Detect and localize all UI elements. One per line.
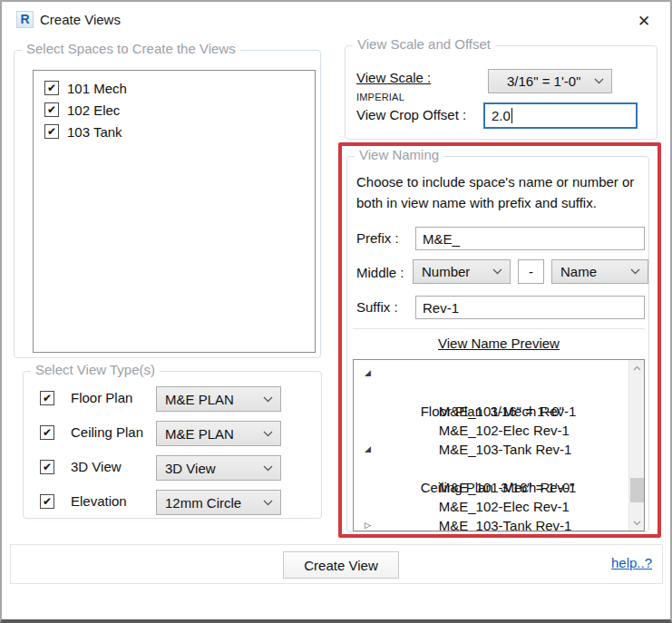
unit-system-label: IMPERIAL (356, 92, 404, 102)
floor-plan-label: Floor Plan (71, 390, 132, 405)
naming-description-line1: Choose to include space's name or number… (356, 174, 634, 190)
view-scale-select[interactable]: 3/16" = 1'-0" (488, 69, 612, 93)
view-crop-offset-value: 2.0 (492, 108, 511, 123)
scroll-up-icon[interactable] (629, 360, 645, 375)
tree-node-3d-view[interactable]: ▷ 3D View 3/16" = 1'-0" (354, 516, 628, 531)
tree-leaf[interactable]: M&E_101-Mech Rev-1 (354, 459, 628, 478)
view-type-row-ceiling-plan: ✔ Ceiling Plan M&E PLAN (24, 421, 321, 446)
tree-expanded-icon[interactable]: ◢ (365, 440, 377, 459)
chevron-down-icon (263, 465, 273, 472)
elevation-checkbox[interactable]: ✔ (40, 494, 54, 509)
elevation-type-select[interactable]: 12mm Circle (156, 490, 281, 515)
check-icon: ✔ (43, 427, 52, 438)
chevron-down-icon (263, 500, 273, 506)
window-title: Create Views (40, 12, 121, 27)
scroll-down-icon[interactable] (629, 515, 645, 531)
check-icon: ✔ (43, 393, 52, 404)
view-crop-offset-label: View Crop Offset : (356, 107, 466, 122)
prefix-value: M&E_ (423, 231, 460, 247)
view-scale-offset-group-title: View Scale and Offset (353, 36, 495, 52)
space-label: 101 Mech (67, 81, 127, 96)
check-icon: ✔ (47, 83, 56, 93)
text-caret (511, 108, 512, 123)
middle-label: Middle : (356, 265, 404, 280)
middle-separator-value: - (529, 264, 533, 279)
tree-leaf[interactable]: M&E_103-Tank Rev-1 (354, 421, 628, 440)
title-bar: R Create Views ✕ (2, 2, 670, 38)
elevation-type-value: 12mm Circle (165, 495, 241, 511)
prefix-label: Prefix : (356, 230, 399, 246)
preview-scrollbar[interactable] (628, 360, 644, 531)
tree-leaf[interactable]: M&E_101-Mech Rev-1 (354, 383, 628, 402)
3d-view-type-select[interactable]: 3D View (156, 455, 281, 481)
view-crop-offset-input[interactable]: 2.0 (483, 102, 638, 129)
tree-collapsed-icon[interactable]: ▷ (365, 516, 377, 531)
help-link[interactable]: help..? (611, 555, 652, 570)
tree-expanded-icon[interactable]: ◢ (365, 364, 377, 383)
3d-view-label: 3D View (71, 459, 122, 474)
floor-plan-type-select[interactable]: M&E PLAN (156, 386, 281, 412)
footer-panel: Create View help..? (10, 544, 663, 584)
list-item[interactable]: ✔ 103 Tank (34, 121, 315, 142)
view-type-row-floor-plan: ✔ Floor Plan M&E PLAN (24, 386, 321, 412)
middle-second-select[interactable]: Name (551, 259, 648, 284)
view-type-row-elevation: ✔ Elevation 12mm Circle (24, 490, 321, 515)
chevron-down-icon (594, 78, 604, 84)
create-view-button[interactable]: Create View (283, 551, 399, 579)
select-view-types-group-title: Select View Type(s) (31, 362, 160, 377)
chevron-down-icon (630, 268, 640, 275)
prefix-input[interactable]: M&E_ (415, 227, 645, 250)
create-views-dialog: R Create Views ✕ Select Spaces to Create… (0, 0, 672, 623)
divider (353, 328, 645, 329)
middle-first-value: Number (422, 264, 470, 279)
spaces-checked-listbox[interactable]: ✔ 101 Mech ✔ 102 Elec ✔ 103 Tank (33, 70, 316, 353)
tree-leaf[interactable]: M&E_103-Tank Rev-1 (354, 497, 628, 516)
floor-plan-checkbox[interactable]: ✔ (40, 391, 54, 405)
view-scale-label: View Scale : (356, 70, 431, 85)
tree-leaf[interactable]: M&E_102-Elec Rev-1 (354, 402, 628, 421)
view-scale-offset-group: View Scale and Offset View Scale : IMPER… (345, 45, 657, 140)
select-spaces-group-title: Select Spaces to Create the Views (22, 41, 240, 56)
view-name-preview-title: View Name Preview (347, 336, 650, 351)
list-item[interactable]: ✔ 101 Mech (34, 77, 315, 99)
preview-tree-rows: ◢ Floor Plan 3/16" = 1'-0" M&E_101-Mech … (354, 364, 628, 531)
check-icon: ✔ (43, 462, 52, 472)
space-checkbox-103-tank[interactable]: ✔ (44, 124, 59, 139)
tree-node-ceiling-plan[interactable]: ◢ Ceiling Plan 3/16" = 1'-0" (354, 440, 628, 459)
suffix-label: Suffix : (356, 299, 398, 315)
chevron-down-icon (492, 268, 502, 275)
suffix-input[interactable]: Rev-1 (415, 296, 645, 319)
chevron-down-icon (263, 431, 273, 437)
revit-app-icon: R (16, 11, 34, 28)
view-name-preview-tree[interactable]: ◢ Floor Plan 3/16" = 1'-0" M&E_101-Mech … (353, 359, 645, 531)
space-checkbox-101-mech[interactable]: ✔ (44, 81, 59, 95)
view-naming-group: View Naming Choose to include space's na… (346, 156, 649, 532)
3d-view-type-value: 3D View (165, 461, 216, 476)
view-scale-value: 3/16" = 1'-0" (507, 73, 580, 89)
middle-first-select[interactable]: Number (413, 259, 511, 284)
check-icon: ✔ (47, 104, 56, 115)
tree-node-floor-plan[interactable]: ◢ Floor Plan 3/16" = 1'-0" (354, 364, 628, 383)
list-item[interactable]: ✔ 102 Elec (34, 99, 315, 121)
scrollbar-thumb[interactable] (630, 478, 644, 502)
close-icon[interactable]: ✕ (632, 9, 656, 33)
view-naming-group-title: View Naming (355, 147, 443, 162)
tree-leaf[interactable]: M&E_102-Elec Rev-1 (354, 478, 628, 497)
ceiling-plan-checkbox[interactable]: ✔ (40, 425, 54, 440)
3d-view-checkbox[interactable]: ✔ (40, 460, 54, 474)
select-spaces-group: Select Spaces to Create the Views ✔ 101 … (14, 50, 321, 358)
middle-second-value: Name (560, 264, 597, 279)
space-label: 102 Elec (67, 102, 120, 118)
middle-separator-input[interactable]: - (518, 259, 544, 284)
suffix-value: Rev-1 (423, 300, 459, 316)
space-checkbox-102-elec[interactable]: ✔ (44, 102, 59, 117)
space-label: 103 Tank (67, 124, 122, 140)
ceiling-plan-type-select[interactable]: M&E PLAN (156, 421, 281, 446)
elevation-label: Elevation (71, 493, 127, 509)
select-view-types-group: Select View Type(s) ✔ Floor Plan M&E PLA… (23, 371, 322, 519)
view-type-row-3d-view: ✔ 3D View 3D View (24, 455, 321, 481)
ceiling-plan-label: Ceiling Plan (71, 424, 143, 440)
naming-description-line2: both in view name with prefix and suffix… (356, 195, 597, 210)
chevron-down-icon (263, 396, 273, 403)
check-icon: ✔ (43, 496, 52, 507)
